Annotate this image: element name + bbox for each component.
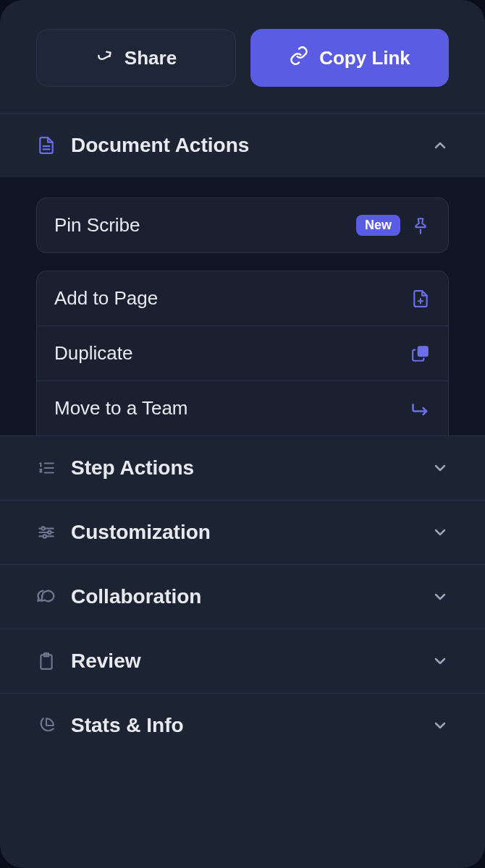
share-button-label: Share [125,47,177,69]
chat-icon [36,587,56,607]
copy-link-button-label: Copy Link [319,47,410,69]
header-buttons: Share Copy Link [0,0,485,113]
section-header-document-actions[interactable]: Document Actions [0,114,485,177]
file-plus-icon [410,289,431,309]
section-title: Stats & Info [71,714,417,737]
section-customization: Customization [0,500,485,564]
section-title: Review [71,650,417,673]
svg-point-11 [48,531,51,534]
action-pin-scribe[interactable]: Pin Scribe New [36,197,449,253]
pie-chart-icon [36,715,56,736]
section-title: Document Actions [71,134,417,157]
section-stats-info: Stats & Info [0,693,485,757]
share-icon [96,46,114,70]
duplicate-icon [410,344,431,364]
chevron-down-icon [431,652,449,670]
chevron-down-icon [431,459,449,477]
svg-point-13 [43,535,46,537]
section-step-actions: Step Actions [0,435,485,500]
pin-icon [410,216,431,236]
copy-link-button[interactable]: Copy Link [250,29,449,87]
chevron-down-icon [431,717,449,734]
chevron-up-icon [431,137,449,154]
section-title: Step Actions [71,456,417,480]
link-icon [289,46,309,71]
action-group: Add to Page Duplicate Move to a Team [36,271,449,435]
section-collaboration: Collaboration [0,564,485,629]
section-title: Collaboration [71,585,417,608]
section-document-actions: Document Actions Pin Scribe New Add to P… [0,113,485,435]
action-duplicate[interactable]: Duplicate [36,326,449,381]
svg-point-9 [42,527,45,529]
chevron-down-icon [431,524,449,541]
share-button[interactable]: Share [36,29,236,87]
move-arrow-icon [410,399,431,419]
action-label: Move to a Team [54,397,400,420]
chevron-down-icon [431,588,449,605]
section-header-stats-info[interactable]: Stats & Info [0,694,485,757]
section-header-customization[interactable]: Customization [0,501,485,564]
action-label: Pin Scribe [54,214,346,237]
action-add-to-page[interactable]: Add to Page [36,271,449,326]
ordered-list-icon [36,458,56,478]
action-label: Duplicate [54,342,400,365]
action-label: Add to Page [54,287,400,310]
section-review: Review [0,629,485,693]
action-move-to-team[interactable]: Move to a Team [36,381,449,435]
clipboard-icon [36,651,56,671]
actions-panel: Share Copy Link Document Actions Pin Scr… [0,0,485,868]
section-header-step-actions[interactable]: Step Actions [0,436,485,500]
document-icon [36,135,56,156]
svg-rect-4 [418,346,428,356]
sliders-icon [36,522,56,542]
section-header-review[interactable]: Review [0,629,485,693]
new-badge: New [356,215,400,236]
section-header-collaboration[interactable]: Collaboration [0,565,485,629]
section-body-document-actions: Pin Scribe New Add to Page Duplicate [0,177,485,435]
section-title: Customization [71,521,417,544]
